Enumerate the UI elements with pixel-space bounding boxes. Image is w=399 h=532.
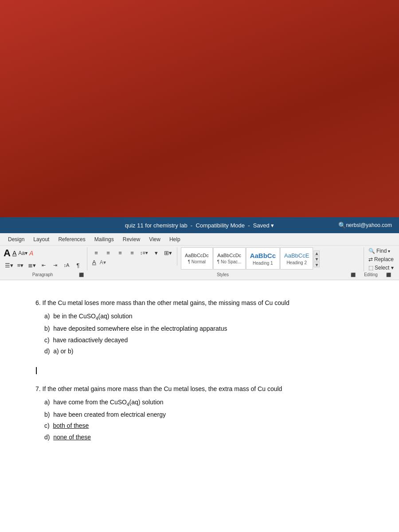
style-heading1[interactable]: AaBbCc Heading 1	[246, 247, 280, 270]
style-heading2[interactable]: AaBbCcE Heading 2	[280, 247, 313, 270]
menu-layout[interactable]: Layout	[30, 235, 53, 243]
style-h2-sample: AaBbCcE	[284, 252, 309, 259]
select-btn[interactable]: ⬚ Select ▾	[367, 264, 395, 271]
menu-help[interactable]: Help	[166, 235, 184, 243]
style-h2-label: Heading 2	[286, 260, 307, 265]
user-email: nerbsl@yahoo.com	[346, 222, 392, 228]
sort-btn[interactable]: ↕A	[61, 260, 72, 270]
dedent-btn[interactable]: ⇥	[50, 260, 60, 270]
find-label: Find	[376, 248, 387, 254]
styles-down-arrow[interactable]: ▼	[313, 256, 320, 262]
paragraph-expand-icon[interactable]: ⬛	[78, 273, 85, 277]
border-btn[interactable]: ⊞▾	[163, 247, 173, 258]
compatibility-mode: Compatibility Mode	[196, 222, 245, 229]
select-icon: ⬚	[368, 265, 373, 271]
document-content: 6. If the Cu metal loses more mass than …	[0, 280, 399, 532]
answer-6b: b) have deposited somewhere else in the …	[44, 324, 364, 333]
find-btn[interactable]: 🔍 Find ▾	[367, 247, 395, 254]
answer-7d: d) none of these	[44, 432, 364, 442]
style-normal[interactable]: AaBbCcDc ¶ Normal	[181, 247, 213, 270]
style-normal-sample: AaBbCcDc	[185, 253, 209, 258]
font-a-color: A	[29, 250, 33, 257]
style-normal-label: ¶ Normal	[188, 259, 206, 264]
answer-6c: c) have radioactively decayed	[44, 335, 364, 345]
align-right-btn[interactable]: ≡	[115, 247, 125, 258]
multilevel-list-btn[interactable]: ≣▾	[27, 260, 37, 270]
editing-expand-icon[interactable]: ⬛	[385, 273, 392, 277]
ribbon-labels: Paragraph ⬛ Styles ⬛ Editing ⬛	[4, 272, 395, 277]
save-status: Saved	[253, 222, 270, 229]
cursor-position	[35, 365, 364, 375]
indent-btn[interactable]: ⇤	[38, 260, 49, 270]
menu-view[interactable]: View	[145, 235, 164, 243]
align-center-btn[interactable]: ≡	[103, 247, 113, 258]
answer-6d: d) a) or b)	[44, 346, 364, 356]
styles-expand-arrow[interactable]: ▼	[313, 262, 320, 267]
replace-btn[interactable]: ⇄ Replace	[367, 256, 395, 263]
font-aa-label[interactable]: Aa▾	[18, 250, 27, 256]
replace-label: Replace	[374, 256, 394, 262]
style-h1-sample: AaBbCc	[250, 252, 276, 259]
answer-7d-text: none of these	[53, 434, 91, 441]
font-color-btn[interactable]: A▾	[98, 259, 107, 266]
answer-7a: a) have come from the CuSO4(aq) solution	[44, 397, 364, 408]
title-bar: quiz 11 for chemistry lab - Compatibilit…	[0, 217, 399, 233]
list-bullet-btn[interactable]: ☰▾	[4, 260, 14, 270]
saved-dropdown-icon[interactable]: ▾	[271, 222, 274, 229]
document-title: quiz 11 for chemistry lab - Compatibilit…	[125, 222, 274, 229]
title-text: quiz 11 for chemistry lab	[125, 222, 188, 229]
menu-review[interactable]: Review	[119, 235, 144, 243]
paragraph-section-label: Paragraph	[7, 272, 78, 277]
answer-7c-text: both of these	[53, 422, 89, 429]
find-dropdown[interactable]: ▾	[388, 249, 390, 254]
font-size-A-small: A	[12, 250, 16, 257]
menu-bar: Design Layout References Mailings Review…	[0, 233, 399, 246]
menu-references[interactable]: References	[55, 235, 89, 243]
question-7: 7. If the other metal gains more mass th…	[35, 384, 364, 442]
underline-a-btn[interactable]: A	[91, 259, 98, 266]
style-h1-label: Heading 1	[253, 261, 273, 266]
question-6: 6. If the Cu metal loses more mass than …	[35, 298, 364, 356]
style-nospace[interactable]: AaBbCcDc ¶ No Spac...	[213, 247, 246, 270]
justify-btn[interactable]: ≡	[127, 247, 137, 258]
text-cursor	[36, 367, 37, 374]
shading-btn[interactable]: ▾	[151, 247, 161, 258]
question-6-answers: a) be in the CuSO4(aq) solution b) have …	[44, 311, 364, 356]
font-size-A-large: A	[4, 247, 11, 259]
select-label: Select ▾	[375, 265, 394, 271]
styles-expand-icon[interactable]: ⬛	[350, 273, 356, 277]
answer-6a: a) be in the CuSO4(aq) solution	[44, 311, 364, 322]
ribbon: A A Aa▾ A ☰▾ ≡▾ ≣▾ ⇤ ⇥ ↕A ¶	[0, 246, 399, 280]
background-decoration	[0, 0, 399, 217]
line-spacing-btn[interactable]: ↕≡▾	[139, 247, 149, 258]
replace-icon: ⇄	[368, 256, 373, 262]
list-number-btn[interactable]: ≡▾	[15, 260, 26, 270]
question-6-text: 6. If the Cu metal loses more mass than …	[35, 298, 364, 308]
style-nospace-label: ¶ No Spac...	[217, 259, 242, 264]
answer-7b: b) have been created from electrical ene…	[44, 410, 364, 419]
menu-mailings[interactable]: Mailings	[91, 235, 117, 243]
styles-section-label: Styles	[96, 272, 350, 277]
editing-section-label: Editing	[356, 272, 385, 277]
styles-up-arrow[interactable]: ▲	[313, 250, 320, 256]
question-7-text: 7. If the other metal gains more mass th…	[35, 384, 364, 394]
align-left-btn[interactable]: ≡	[91, 247, 102, 258]
pilcrow-btn[interactable]: ¶	[73, 260, 83, 270]
search-icon[interactable]: 🔍	[338, 222, 346, 229]
style-nospace-sample: AaBbCcDc	[217, 253, 241, 258]
answer-7c: c) both of these	[44, 421, 364, 430]
menu-design[interactable]: Design	[4, 235, 28, 243]
question-7-answers: a) have come from the CuSO4(aq) solution…	[44, 397, 364, 442]
find-icon: 🔍	[368, 248, 375, 254]
